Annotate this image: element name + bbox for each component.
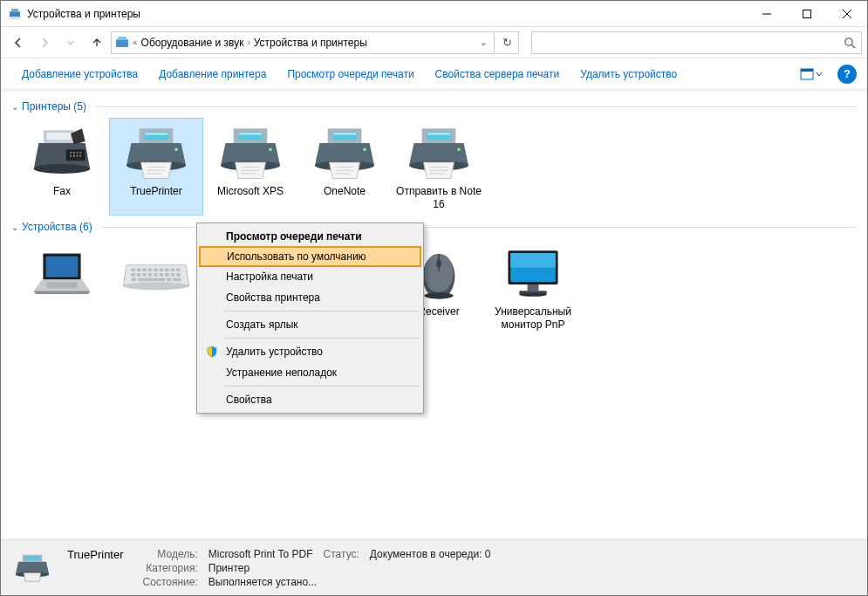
- device-item[interactable]: [109, 238, 203, 336]
- command-bar: Добавление устройства Добавление принтер…: [1, 58, 867, 90]
- menu-separator: [224, 338, 419, 339]
- printer-icon: [308, 122, 381, 183]
- back-button[interactable]: [6, 31, 31, 55]
- svg-rect-2: [10, 17, 19, 19]
- search-icon[interactable]: [844, 37, 856, 49]
- svg-rect-99: [25, 556, 39, 560]
- group-header-printers[interactable]: ⌄ Принтеры (5): [10, 95, 858, 118]
- group-header-devices[interactable]: ⌄ Устройства (6): [10, 216, 858, 238]
- svg-rect-60: [154, 268, 158, 271]
- svg-rect-0: [10, 11, 20, 17]
- fax-icon: [25, 122, 99, 183]
- menu-item-print-prefs[interactable]: Настройка печати: [200, 266, 420, 287]
- laptop-icon: [25, 243, 99, 304]
- svg-rect-73: [176, 273, 181, 277]
- printer-item[interactable]: OneNote: [297, 118, 392, 216]
- device-items: ReceiverУниверсальный монитор PnP: [10, 238, 858, 336]
- menu-item-view-queue[interactable]: Просмотр очереди печати: [200, 226, 420, 247]
- forward-button[interactable]: [32, 31, 57, 55]
- help-button[interactable]: ?: [837, 65, 857, 84]
- svg-rect-7: [116, 39, 128, 47]
- item-label: Отправить в Note 16: [396, 185, 482, 211]
- status-category-label: Категория:: [143, 562, 198, 574]
- svg-point-19: [79, 152, 81, 154]
- svg-rect-71: [165, 273, 169, 277]
- printer-icon: [402, 122, 475, 183]
- svg-rect-63: [171, 268, 175, 271]
- svg-point-30: [174, 147, 178, 151]
- breadcrumb-part[interactable]: Оборудование и звук: [141, 37, 244, 49]
- address-dropdown[interactable]: ⌄: [476, 38, 490, 47]
- svg-point-23: [79, 155, 81, 157]
- chevron-right-icon: ›: [247, 38, 249, 47]
- printer-item[interactable]: TruePrinter: [109, 118, 203, 216]
- svg-rect-1: [11, 9, 18, 12]
- svg-point-91: [424, 292, 453, 298]
- svg-point-22: [76, 155, 78, 157]
- svg-point-13: [34, 164, 90, 174]
- titlebar: Устройства и принтеры: [1, 1, 867, 27]
- svg-point-20: [70, 155, 72, 157]
- printer-item[interactable]: Fax: [15, 118, 109, 216]
- view-mode-button[interactable]: [794, 62, 829, 86]
- cmd-add-device[interactable]: Добавление устройства: [11, 58, 148, 90]
- up-button[interactable]: [85, 31, 109, 55]
- menu-item-printer-props[interactable]: Свойства принтера: [200, 287, 420, 308]
- svg-rect-26: [145, 133, 167, 135]
- svg-point-55: [123, 282, 189, 290]
- cmd-remove-device[interactable]: Удалить устройство: [570, 58, 687, 90]
- svg-rect-62: [165, 268, 169, 271]
- item-label: TruePrinter: [130, 185, 182, 198]
- status-status-label: Статус:: [324, 548, 359, 560]
- menu-item-troubleshoot[interactable]: Устранение неполадок: [200, 362, 420, 383]
- search-box[interactable]: [531, 31, 862, 54]
- svg-rect-12: [801, 69, 813, 72]
- chevron-down-icon: ⌄: [11, 223, 18, 232]
- svg-rect-74: [131, 278, 136, 282]
- shield-icon: [205, 345, 219, 359]
- device-item[interactable]: [15, 238, 109, 336]
- status-name: TruePrinter: [67, 548, 133, 561]
- breadcrumb-separator: «: [133, 38, 138, 47]
- search-input[interactable]: [537, 37, 844, 49]
- svg-rect-56: [131, 268, 135, 271]
- menu-item-remove-device[interactable]: Удалить устройство: [200, 341, 420, 362]
- keyboard-icon: [120, 243, 193, 304]
- menu-item-set-default[interactable]: Использовать по умолчанию: [199, 246, 421, 267]
- menu-item-create-shortcut[interactable]: Создать ярлык: [200, 314, 420, 335]
- context-menu: Просмотр очереди печати Использовать по …: [196, 223, 424, 414]
- minimize-button[interactable]: [747, 1, 787, 27]
- svg-point-90: [436, 258, 441, 268]
- printer-icon: [11, 550, 53, 586]
- cmd-add-printer[interactable]: Добавление принтера: [148, 58, 277, 90]
- printer-icon: [120, 122, 193, 183]
- printer-item[interactable]: Microsoft XPS: [203, 118, 297, 216]
- status-model-label: Модель:: [143, 548, 198, 560]
- printer-icon: [214, 122, 287, 183]
- menu-item-properties[interactable]: Свойства: [200, 389, 420, 410]
- svg-line-10: [851, 45, 855, 48]
- item-label: Microsoft XPS: [217, 185, 284, 198]
- svg-rect-33: [239, 133, 262, 135]
- svg-point-18: [76, 152, 78, 154]
- close-button[interactable]: [827, 1, 867, 27]
- breadcrumb-part[interactable]: Устройства и принтеры: [254, 37, 367, 49]
- svg-point-37: [269, 147, 272, 151]
- printer-items: FaxTruePrinterMicrosoft XPSOneNoteОтправ…: [10, 118, 858, 216]
- svg-point-51: [457, 147, 461, 151]
- refresh-button[interactable]: ↻: [496, 31, 519, 54]
- svg-rect-64: [176, 268, 181, 271]
- printer-item[interactable]: Отправить в Note 16: [392, 118, 486, 216]
- device-item[interactable]: Универсальный монитор PnP: [486, 238, 580, 336]
- status-state-value: Выполняется устано...: [208, 576, 491, 588]
- svg-rect-8: [118, 37, 126, 40]
- cmd-view-queue[interactable]: Просмотр очереди печати: [277, 58, 424, 90]
- recent-dropdown[interactable]: [58, 31, 83, 55]
- cmd-server-props[interactable]: Свойства сервера печати: [425, 58, 571, 90]
- status-bar: TruePrinter Модель: Microsoft Print To P…: [1, 539, 867, 595]
- svg-rect-61: [160, 268, 164, 271]
- address-bar[interactable]: « Оборудование и звук › Устройства и при…: [111, 31, 495, 54]
- maximize-button[interactable]: [787, 1, 827, 27]
- control-panel-icon: [115, 36, 129, 50]
- svg-rect-59: [148, 268, 153, 271]
